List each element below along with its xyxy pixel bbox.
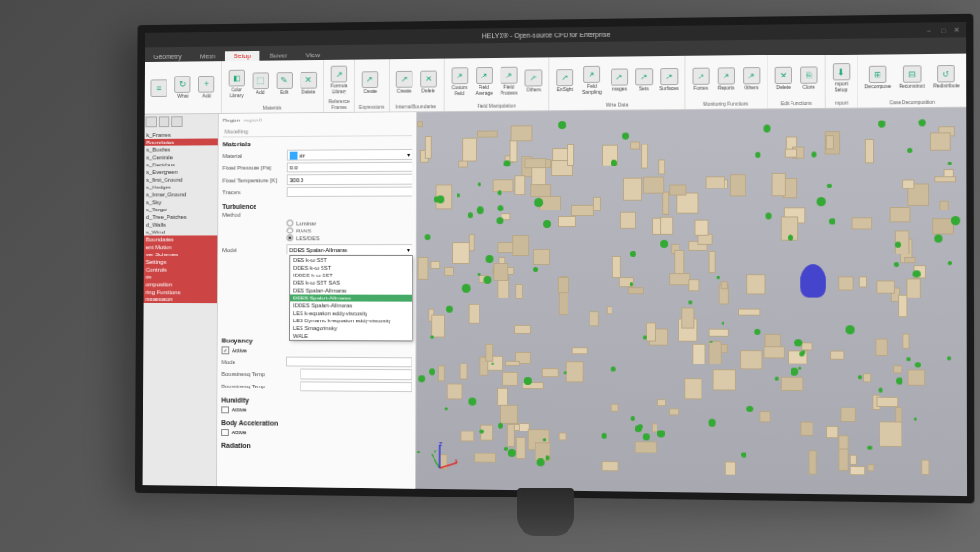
building: [493, 263, 508, 281]
model-select[interactable]: DDES Spalart-Allmaras ▾ Select the turbu…: [286, 244, 412, 254]
3d-viewport[interactable]: X Y Z: [416, 108, 967, 496]
tab-view[interactable]: View: [297, 50, 329, 60]
ribbon-button[interactable]: ↗Sets: [633, 58, 656, 100]
ribbon-button[interactable]: ↗Formula Library: [328, 62, 351, 99]
ribbon-button[interactable]: ↗Reports: [714, 57, 737, 100]
ribbon-button[interactable]: +Add: [195, 63, 217, 111]
ribbon-button[interactable]: ↗Others: [740, 57, 763, 100]
ribbon-button[interactable]: ↗Images: [608, 58, 631, 100]
maximize-button[interactable]: □: [938, 25, 947, 34]
tree: [457, 193, 460, 197]
ribbon-button[interactable]: ≡: [147, 64, 169, 112]
tree-tool-icon[interactable]: [171, 116, 183, 127]
ribbon-group: ◧Color Library⬚Add✎Edit✕DeleteMaterials: [222, 60, 324, 113]
tree-item[interactable]: Boundaries: [144, 235, 217, 243]
buoyancy-mode-input[interactable]: [286, 357, 412, 368]
tree-item[interactable]: ds: [144, 274, 217, 281]
ribbon-button[interactable]: ↗Others: [523, 59, 546, 101]
ribbon-button[interactable]: ✕Delete: [298, 62, 320, 104]
tab-mesh[interactable]: Mesh: [190, 51, 225, 61]
ribbon-button[interactable]: ↗Field Average: [473, 60, 496, 102]
section-turbulence-title: Turbulence: [222, 202, 412, 209]
svg-line-1: [432, 454, 440, 468]
form-tab[interactable]: Modelling: [223, 125, 413, 137]
turbulence-method-radio[interactable]: LES/DES: [286, 234, 412, 241]
tab-geometry[interactable]: Geometry: [145, 52, 190, 62]
radio-icon: [287, 227, 294, 233]
ribbon-button[interactable]: ↗Field Process: [498, 60, 521, 102]
ribbon-button[interactable]: ↗Forces: [689, 58, 712, 100]
ribbon-button[interactable]: ◧Color Library: [226, 63, 248, 104]
ribbon-button[interactable]: ↗Field Sampling: [578, 59, 606, 101]
tree: [631, 416, 635, 421]
tab-setup[interactable]: Setup: [225, 51, 260, 61]
building: [593, 197, 600, 211]
turbulence-method-radio[interactable]: Laminar: [287, 219, 412, 226]
material-select[interactable]: air ▾: [287, 149, 412, 161]
buoyancy-active-checkbox[interactable]: ✓: [222, 346, 230, 354]
ribbon-button[interactable]: ⬇Import Setup: [830, 56, 854, 99]
building: [669, 273, 690, 285]
boussinesq2-input[interactable]: [300, 381, 412, 392]
ribbon-button[interactable]: ↺Redistribute: [930, 55, 963, 99]
building: [859, 276, 867, 287]
dropdown-option[interactable]: DES k-ω SST: [290, 256, 412, 264]
tree-item[interactable]: d_Tree_Patches: [144, 213, 217, 221]
building: [641, 144, 649, 168]
ribbon-button[interactable]: ⬚Add: [250, 63, 272, 104]
ribbon-button[interactable]: ✎Edit: [274, 62, 296, 103]
ribbon-button[interactable]: ↗Create: [392, 61, 415, 103]
tree-item[interactable]: s_Target: [144, 206, 217, 213]
ribbon-button[interactable]: ↻What: [171, 63, 193, 111]
dropdown-option[interactable]: IDDES k-ω SST: [290, 272, 412, 279]
close-button[interactable]: ✕: [952, 25, 962, 34]
turbulence-method-radio[interactable]: RANS: [287, 227, 412, 233]
humidity-active-checkbox[interactable]: [221, 406, 229, 413]
dropdown-option[interactable]: WALE: [290, 332, 412, 340]
dropdown-option[interactable]: DES k-ω SST SAS: [290, 279, 412, 287]
tree-item[interactable]: s_Wind: [144, 229, 217, 236]
building: [524, 158, 545, 168]
tree-item[interactable]: ent Motion: [144, 243, 217, 251]
dropdown-option[interactable]: DES Spalart-Allmaras: [290, 287, 412, 295]
tree: [479, 429, 484, 433]
tree-item[interactable]: d_Walls: [144, 221, 217, 229]
ribbon-button[interactable]: ↗Custom Field: [448, 60, 471, 102]
ribbon-icon: ✕: [420, 70, 437, 87]
minimize-button[interactable]: −: [924, 25, 934, 34]
tree: [601, 433, 607, 439]
ribbon-button[interactable]: ↗EnSight: [553, 59, 576, 101]
tree-item[interactable]: ring Functions: [144, 288, 217, 296]
building: [721, 281, 728, 289]
axis-x-label: X: [454, 458, 457, 464]
tree: [419, 375, 425, 381]
building: [500, 405, 518, 424]
tree-item[interactable]: Settings: [144, 258, 217, 266]
tree-tool-icon[interactable]: [159, 116, 169, 127]
tab-solver[interactable]: Solver: [260, 50, 297, 60]
tree-item[interactable]: s_Sky: [144, 198, 217, 206]
ribbon-button[interactable]: ↗Create: [359, 61, 382, 103]
tree-item[interactable]: omposition: [144, 280, 217, 288]
ribbon-button[interactable]: ⊟Reconstruct: [896, 55, 928, 99]
body-accel-active-checkbox[interactable]: [221, 429, 229, 436]
tree: [543, 438, 546, 441]
fixed-pressure-input[interactable]: [287, 162, 412, 173]
ribbon-button[interactable]: ✕Delete: [771, 57, 794, 100]
tree-item[interactable]: ver Schemes: [144, 251, 217, 258]
ribbon-group: ↗Formula LibraryReference Frames: [324, 60, 356, 113]
ribbon-button[interactable]: ✕Delete: [417, 61, 440, 103]
dropdown-option[interactable]: DDES k-ω SST: [290, 264, 412, 272]
tree-item[interactable]: Controls: [144, 266, 217, 274]
tree-tool-icon[interactable]: [146, 116, 157, 127]
boussinesq1-input[interactable]: [300, 369, 412, 381]
ribbon-button[interactable]: ⎘Clone: [797, 56, 821, 99]
ribbon-button[interactable]: ⊞Decompose: [861, 55, 894, 99]
tracers-input[interactable]: [287, 187, 412, 197]
building: [447, 383, 463, 399]
ribbon-button[interactable]: ↗Surfaces: [657, 58, 680, 100]
axis-gizmo[interactable]: X Y Z: [426, 441, 464, 479]
tree-item[interactable]: nitialisation: [144, 296, 217, 303]
building: [890, 207, 910, 222]
fixed-temp-input[interactable]: [287, 174, 412, 185]
